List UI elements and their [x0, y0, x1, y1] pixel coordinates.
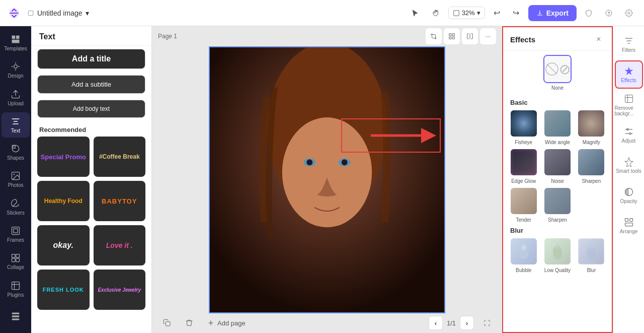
topbar-tools: 32% ▾ ↩ ↪ Export — [406, 4, 638, 22]
template-love-it[interactable]: Love it . — [94, 225, 146, 265]
redo-button[interactable]: ↪ — [507, 4, 525, 22]
effect-edge-glow[interactable]: Edge Glow — [508, 148, 539, 184]
svg-rect-17 — [12, 258, 16, 262]
add-subtitle-button[interactable]: Add a subtitle — [37, 75, 145, 94]
add-title-button[interactable]: Add a title — [37, 49, 145, 69]
shield-icon[interactable] — [580, 4, 598, 22]
hand-tool[interactable] — [427, 4, 445, 22]
none-thumb — [543, 55, 572, 83]
sidebar-item-collage[interactable]: Collage — [2, 249, 30, 274]
canvas-frame[interactable] — [209, 46, 445, 313]
svg-rect-48 — [625, 219, 628, 222]
basic-effects-grid: Fisheye Wide angle Magnify — [503, 109, 612, 223]
topbar-extra-icons — [580, 4, 638, 22]
effects-title: Effects — [510, 35, 535, 44]
crop-tool[interactable] — [426, 28, 442, 44]
effect-wide-angle[interactable]: Wide angle — [542, 109, 573, 145]
left-sidebar: Templates Design Upload Text Shapes Phot… — [0, 26, 31, 333]
svg-rect-20 — [12, 312, 20, 314]
svg-rect-49 — [629, 219, 632, 222]
project-name[interactable]: Untitled image ▾ — [27, 9, 89, 17]
svg-rect-15 — [12, 254, 16, 258]
right-icon-arrange[interactable]: Arrange — [615, 212, 643, 240]
template-coffee-break[interactable]: #Coffee Break — [94, 137, 146, 177]
zoom-control[interactable]: 32% ▾ — [448, 7, 485, 19]
template-exclusive[interactable]: Exclusive Jewelry — [94, 270, 146, 310]
effect-tender[interactable]: Tender — [508, 187, 539, 223]
effects-panel: Effects × None Basic — [502, 26, 613, 333]
pointer-tool[interactable] — [406, 4, 424, 22]
settings-icon[interactable] — [620, 4, 638, 22]
svg-point-30 — [306, 159, 312, 165]
effect-none[interactable]: None — [508, 55, 607, 91]
svg-rect-36 — [166, 322, 170, 326]
panel-wrapper: Page 1 ··· — [152, 26, 644, 333]
canvas-area: Page 1 ··· — [152, 26, 502, 333]
flip-tool[interactable] — [462, 28, 478, 44]
undo-button[interactable]: ↩ — [488, 4, 506, 22]
main-layout: Templates Design Upload Text Shapes Phot… — [0, 26, 644, 333]
sidebar-item-templates[interactable]: Templates — [2, 30, 30, 55]
right-icon-filters[interactable]: Filters — [615, 30, 643, 58]
next-page-btn[interactable]: › — [460, 316, 474, 330]
sidebar-item-stickers[interactable]: Stickers — [2, 194, 30, 220]
add-body-button[interactable]: Add body text — [37, 100, 145, 118]
svg-rect-19 — [12, 315, 20, 317]
effects-close-button[interactable]: × — [593, 33, 605, 45]
svg-point-42 — [555, 244, 559, 249]
canva-logo[interactable] — [6, 5, 22, 21]
delete-page-btn[interactable] — [180, 314, 198, 332]
effect-magnify[interactable]: Magnify — [576, 109, 607, 145]
right-icon-effects[interactable]: Effects — [615, 60, 643, 89]
svg-rect-50 — [625, 223, 632, 226]
canvas-bottom: Add page ‹ 1/1 › — [152, 313, 502, 334]
recommended-label: Recommended — [31, 121, 151, 137]
export-button[interactable]: Export — [528, 5, 577, 21]
svg-rect-7 — [12, 40, 20, 43]
right-icon-remove-bg[interactable]: Remove backgr... — [615, 91, 643, 119]
sidebar-item-plugins[interactable]: Plugins — [2, 276, 30, 301]
template-healthy-food[interactable]: Healthy Food — [37, 181, 90, 221]
effect-noise[interactable]: Noise — [542, 148, 573, 184]
template-fresh-look[interactable]: FRESH LOOK — [37, 270, 90, 310]
svg-line-38 — [547, 64, 557, 74]
template-babytoy[interactable]: BABYTOY — [94, 181, 146, 221]
basic-section-label: Basic — [503, 95, 612, 109]
svg-point-3 — [606, 10, 612, 16]
sidebar-item-more[interactable] — [2, 304, 30, 329]
prev-page-btn[interactable]: ‹ — [429, 316, 443, 330]
effect-low-quality[interactable]: Low Quality — [542, 237, 573, 273]
right-icon-smart-tools[interactable]: Smart tools — [615, 151, 643, 179]
sidebar-item-text[interactable]: Text — [2, 112, 30, 138]
fullscreen-btn[interactable] — [478, 314, 496, 332]
sidebar-item-design[interactable]: Design — [2, 57, 30, 83]
undo-redo-group: ↩ ↪ — [488, 4, 525, 22]
sidebar-item-upload[interactable]: Upload — [2, 85, 30, 110]
template-okay[interactable]: okay. — [37, 225, 90, 265]
svg-rect-21 — [12, 318, 20, 320]
more-options-tool[interactable]: ··· — [480, 28, 496, 44]
add-page-button[interactable]: Add page — [202, 316, 251, 330]
portrait-svg — [210, 47, 444, 312]
sidebar-item-photos[interactable]: Photos — [2, 167, 30, 192]
help-icon[interactable] — [600, 4, 618, 22]
effects-header: Effects × — [503, 27, 612, 51]
right-icon-opacity[interactable]: Opacity — [615, 181, 643, 210]
duplicate-page-btn[interactable] — [158, 314, 176, 332]
sidebar-item-shapes[interactable]: Shapes — [2, 140, 30, 165]
canvas-topbar: Page 1 ··· — [152, 26, 502, 46]
text-panel: Text Add a title Add a subtitle Add body… — [31, 26, 152, 333]
effect-fisheye[interactable]: Fisheye — [508, 109, 539, 145]
template-grid: Special Promo #Coffee Break Healthy Food… — [31, 137, 151, 310]
effect-sharpen2[interactable]: Sharpen — [542, 187, 573, 223]
svg-rect-23 — [452, 34, 454, 36]
svg-rect-5 — [12, 36, 16, 39]
template-special-promo[interactable]: Special Promo — [37, 137, 90, 177]
page-navigation: ‹ 1/1 › — [429, 314, 496, 332]
grid-tool[interactable] — [444, 28, 460, 44]
effect-blur[interactable]: Blur — [576, 237, 607, 273]
effect-bubble[interactable]: Bubble — [508, 237, 539, 273]
right-icon-adjust[interactable]: Adjust — [615, 121, 643, 149]
effect-sharpen[interactable]: Sharpen — [576, 148, 607, 184]
sidebar-item-frames[interactable]: Frames — [2, 222, 30, 247]
